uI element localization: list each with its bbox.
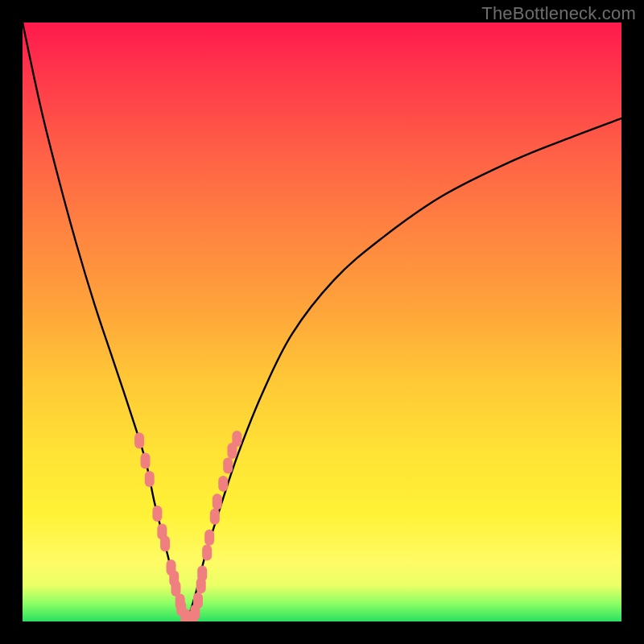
data-marker: [134, 432, 144, 448]
data-marker: [141, 453, 151, 469]
data-marker: [223, 458, 233, 474]
marker-group: [134, 431, 242, 621]
data-marker: [145, 471, 155, 487]
watermark-text: TheBottleneck.com: [481, 3, 636, 24]
data-marker: [210, 509, 220, 525]
data-marker: [204, 530, 214, 546]
data-marker: [202, 544, 212, 560]
data-marker: [193, 592, 203, 609]
curve-segment: [188, 118, 621, 621]
bottleneck-curve: [23, 23, 621, 621]
chart-frame: TheBottleneck.com: [0, 0, 644, 644]
data-marker: [160, 535, 170, 551]
data-marker: [218, 476, 228, 492]
data-marker: [213, 493, 222, 510]
data-marker: [152, 506, 162, 522]
data-marker: [232, 431, 242, 447]
plot-area: [23, 23, 621, 621]
chart-svg: [23, 23, 621, 621]
data-marker: [197, 565, 207, 581]
